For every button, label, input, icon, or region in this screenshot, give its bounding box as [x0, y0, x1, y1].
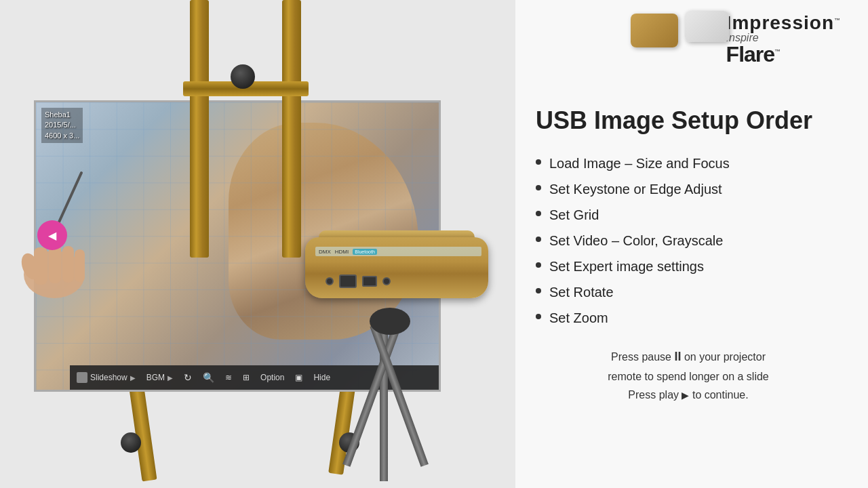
tripod-head: [370, 308, 410, 335]
right-panel: Impression™ Inspire Flare™ USB Image Set…: [515, 0, 868, 488]
projector-label-strip: DMX HDMI Bluetooth: [315, 247, 481, 256]
projector-label-text1: DMX: [319, 249, 331, 255]
port-power: [326, 277, 334, 285]
bullet-dot-7: [536, 314, 541, 319]
projector-thumb-white: [685, 11, 729, 42]
toolbar-bgm[interactable]: BGM ▶: [146, 373, 173, 382]
setup-title: USB Image Setup Order: [536, 106, 841, 135]
list-item: Set Expert image settings: [536, 257, 841, 276]
port-usb: [339, 274, 357, 288]
svg-rect-7: [75, 249, 85, 282]
bullet-dot-4: [536, 237, 541, 242]
nav-prev-button[interactable]: [37, 220, 67, 250]
port-hdmi: [362, 276, 377, 287]
projector-ports: [326, 274, 391, 288]
slideshow-icon: [77, 372, 87, 383]
bullet-dot-2: [536, 185, 541, 190]
logo-text: Impression™ Inspire Flare™: [726, 14, 841, 65]
toolbar-hide[interactable]: Hide: [313, 373, 330, 382]
list-item: Set Rotate: [536, 283, 841, 302]
logo-area: Impression™ Inspire Flare™: [536, 14, 841, 65]
toolbar-display[interactable]: ⊞: [243, 373, 250, 382]
pause-note: Press pause II on your projector remote …: [536, 346, 841, 404]
easel-top-knob: [231, 64, 255, 89]
toolbar-zoom[interactable]: 🔍: [203, 372, 214, 383]
main-content: USB Image Setup Order Load Image – Size …: [536, 106, 841, 474]
list-item: Set Keystone or Edge Adjust: [536, 180, 841, 199]
screen-info: Sheba1 2015/5/... 4600 x 3...: [41, 108, 83, 143]
list-item: Set Grid: [536, 205, 841, 224]
projector-device: DMX HDMI Bluetooth: [305, 230, 495, 312]
bluetooth-badge: Bluetooth: [353, 249, 377, 255]
easel-left-support: [190, 0, 209, 258]
projector-thumbnails: [631, 14, 726, 47]
list-item: Set Video – Color, Grayscale: [536, 231, 841, 250]
bullet-dot-6: [536, 288, 541, 293]
list-item: Set Zoom: [536, 308, 841, 327]
bullet-dot-3: [536, 211, 541, 216]
brand-flare: Flare™: [726, 43, 780, 65]
toolbar-option[interactable]: Option: [260, 373, 284, 382]
bullet-list: Load Image – Size and Focus Set Keystone…: [536, 154, 841, 327]
port-audio: [382, 277, 391, 285]
trademark2: ™: [774, 48, 780, 55]
pause-icon: II: [674, 350, 681, 363]
trademark1: ™: [834, 17, 841, 24]
easel-knob-bottom-left: [121, 432, 141, 453]
bullet-dot-5: [536, 262, 541, 268]
svg-rect-6: [62, 246, 74, 283]
bullet-dot-1: [536, 159, 541, 165]
easel-right-support: [282, 0, 301, 258]
projector-thumb-brown: [631, 14, 678, 47]
toolbar-slideshow[interactable]: Slideshow ▶: [77, 372, 136, 383]
list-item: Load Image – Size and Focus: [536, 154, 841, 173]
brand-name: Impression™: [726, 14, 841, 33]
toolbar-screen[interactable]: ▣: [295, 373, 302, 382]
toolbar-rotate[interactable]: ↻: [184, 372, 192, 383]
left-panel: Sheba1 2015/5/... 4600 x 3... Slideshow …: [0, 0, 515, 488]
projector-body: DMX HDMI Bluetooth: [305, 237, 488, 298]
toolbar-effect[interactable]: ≋: [225, 373, 232, 382]
projector-label-text2: HDMI: [335, 249, 349, 255]
play-icon: ▶: [682, 390, 689, 401]
